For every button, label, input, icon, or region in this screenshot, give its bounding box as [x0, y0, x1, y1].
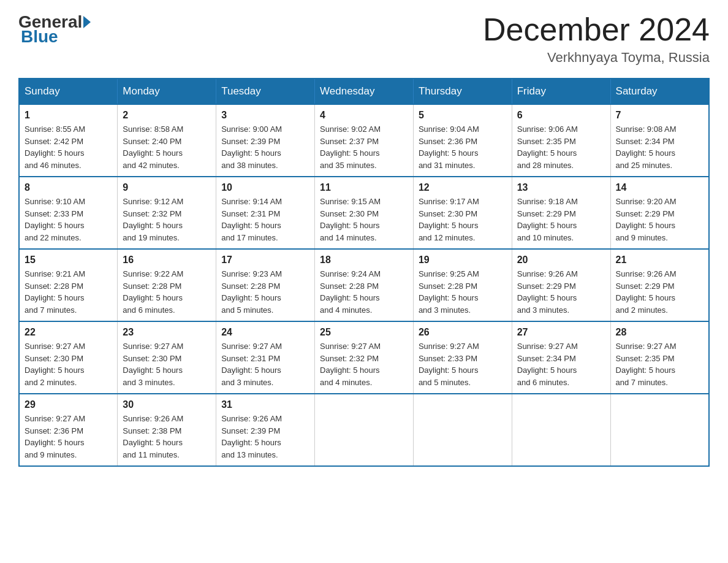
calendar-cell: 30Sunrise: 9:26 AM Sunset: 2:38 PM Dayli… — [118, 394, 216, 466]
calendar-week-3: 15Sunrise: 9:21 AM Sunset: 2:28 PM Dayli… — [19, 249, 709, 321]
day-number: 14 — [616, 182, 703, 193]
day-info: Sunrise: 9:22 AM Sunset: 2:28 PM Dayligh… — [123, 268, 211, 316]
calendar-cell: 14Sunrise: 9:20 AM Sunset: 2:29 PM Dayli… — [610, 177, 709, 249]
day-info: Sunrise: 9:20 AM Sunset: 2:29 PM Dayligh… — [616, 196, 703, 243]
logo-arrow-icon — [83, 16, 91, 28]
calendar-cell: 5Sunrise: 9:04 AM Sunset: 2:36 PM Daylig… — [413, 104, 512, 177]
calendar-cell: 10Sunrise: 9:14 AM Sunset: 2:31 PM Dayli… — [216, 177, 315, 249]
day-number: 29 — [25, 399, 112, 410]
day-number: 11 — [320, 182, 408, 193]
day-number: 17 — [221, 255, 309, 266]
day-number: 5 — [419, 110, 507, 121]
day-number: 7 — [616, 110, 703, 121]
calendar-cell: 1Sunrise: 8:55 AM Sunset: 2:42 PM Daylig… — [19, 104, 118, 177]
calendar-cell: 6Sunrise: 9:06 AM Sunset: 2:35 PM Daylig… — [512, 104, 610, 177]
calendar-cell: 24Sunrise: 9:27 AM Sunset: 2:31 PM Dayli… — [216, 321, 315, 394]
weekday-header-friday: Friday — [512, 79, 610, 104]
day-info: Sunrise: 9:14 AM Sunset: 2:31 PM Dayligh… — [221, 196, 309, 243]
calendar-cell: 26Sunrise: 9:27 AM Sunset: 2:33 PM Dayli… — [413, 321, 512, 394]
weekday-header-row: SundayMondayTuesdayWednesdayThursdayFrid… — [19, 79, 709, 104]
day-number: 3 — [221, 110, 309, 121]
day-info: Sunrise: 9:26 AM Sunset: 2:29 PM Dayligh… — [616, 268, 703, 316]
day-info: Sunrise: 9:27 AM Sunset: 2:36 PM Dayligh… — [25, 413, 112, 461]
day-info: Sunrise: 9:27 AM Sunset: 2:34 PM Dayligh… — [517, 340, 605, 388]
calendar-cell: 20Sunrise: 9:26 AM Sunset: 2:29 PM Dayli… — [512, 249, 610, 321]
day-number: 26 — [419, 327, 507, 338]
logo-blue-text: Blue — [21, 27, 58, 46]
day-number: 27 — [517, 327, 605, 338]
day-info: Sunrise: 9:06 AM Sunset: 2:35 PM Dayligh… — [517, 123, 605, 171]
calendar-cell: 12Sunrise: 9:17 AM Sunset: 2:30 PM Dayli… — [413, 177, 512, 249]
logo: General Blue — [18, 12, 92, 47]
day-number: 2 — [123, 110, 211, 121]
weekday-header-tuesday: Tuesday — [216, 79, 315, 104]
title-block: December 2024 Verkhnyaya Toyma, Russia — [483, 12, 710, 66]
day-info: Sunrise: 9:27 AM Sunset: 2:35 PM Dayligh… — [616, 340, 703, 388]
calendar-cell: 11Sunrise: 9:15 AM Sunset: 2:30 PM Dayli… — [315, 177, 414, 249]
day-info: Sunrise: 8:58 AM Sunset: 2:40 PM Dayligh… — [123, 123, 211, 171]
calendar-cell: 17Sunrise: 9:23 AM Sunset: 2:28 PM Dayli… — [216, 249, 315, 321]
day-number: 15 — [25, 255, 112, 266]
day-number: 21 — [616, 255, 703, 266]
calendar-cell: 23Sunrise: 9:27 AM Sunset: 2:30 PM Dayli… — [118, 321, 216, 394]
day-number: 20 — [517, 255, 605, 266]
calendar-cell: 22Sunrise: 9:27 AM Sunset: 2:30 PM Dayli… — [19, 321, 118, 394]
day-info: Sunrise: 9:18 AM Sunset: 2:29 PM Dayligh… — [517, 196, 605, 243]
calendar-cell: 3Sunrise: 9:00 AM Sunset: 2:39 PM Daylig… — [216, 104, 315, 177]
calendar-week-4: 22Sunrise: 9:27 AM Sunset: 2:30 PM Dayli… — [19, 321, 709, 394]
calendar-cell: 15Sunrise: 9:21 AM Sunset: 2:28 PM Dayli… — [19, 249, 118, 321]
weekday-header-thursday: Thursday — [413, 79, 512, 104]
day-info: Sunrise: 8:55 AM Sunset: 2:42 PM Dayligh… — [25, 123, 112, 171]
day-number: 22 — [25, 327, 112, 338]
calendar-cell: 25Sunrise: 9:27 AM Sunset: 2:32 PM Dayli… — [315, 321, 414, 394]
calendar-cell: 4Sunrise: 9:02 AM Sunset: 2:37 PM Daylig… — [315, 104, 414, 177]
day-number: 19 — [419, 255, 507, 266]
calendar-cell: 16Sunrise: 9:22 AM Sunset: 2:28 PM Dayli… — [118, 249, 216, 321]
day-number: 31 — [221, 399, 309, 410]
day-number: 16 — [123, 255, 211, 266]
day-number: 9 — [123, 182, 211, 193]
day-info: Sunrise: 9:04 AM Sunset: 2:36 PM Dayligh… — [419, 123, 507, 171]
day-number: 8 — [25, 182, 112, 193]
page-header: General Blue December 2024 Verkhnyaya To… — [18, 12, 710, 66]
day-info: Sunrise: 9:02 AM Sunset: 2:37 PM Dayligh… — [320, 123, 408, 171]
calendar-cell: 2Sunrise: 8:58 AM Sunset: 2:40 PM Daylig… — [118, 104, 216, 177]
location-subtitle: Verkhnyaya Toyma, Russia — [483, 50, 710, 66]
day-info: Sunrise: 9:21 AM Sunset: 2:28 PM Dayligh… — [25, 268, 112, 316]
calendar-cell: 27Sunrise: 9:27 AM Sunset: 2:34 PM Dayli… — [512, 321, 610, 394]
day-info: Sunrise: 9:25 AM Sunset: 2:28 PM Dayligh… — [419, 268, 507, 316]
calendar-cell — [610, 394, 709, 466]
day-number: 25 — [320, 327, 408, 338]
calendar-cell: 7Sunrise: 9:08 AM Sunset: 2:34 PM Daylig… — [610, 104, 709, 177]
day-info: Sunrise: 9:26 AM Sunset: 2:38 PM Dayligh… — [123, 413, 211, 461]
day-info: Sunrise: 9:26 AM Sunset: 2:29 PM Dayligh… — [517, 268, 605, 316]
weekday-header-saturday: Saturday — [610, 79, 709, 104]
day-number: 13 — [517, 182, 605, 193]
day-number: 10 — [221, 182, 309, 193]
day-number: 23 — [123, 327, 211, 338]
calendar-week-1: 1Sunrise: 8:55 AM Sunset: 2:42 PM Daylig… — [19, 104, 709, 177]
calendar-cell: 19Sunrise: 9:25 AM Sunset: 2:28 PM Dayli… — [413, 249, 512, 321]
month-title: December 2024 — [483, 12, 710, 47]
day-info: Sunrise: 9:27 AM Sunset: 2:30 PM Dayligh… — [25, 340, 112, 388]
day-number: 24 — [221, 327, 309, 338]
weekday-header-monday: Monday — [118, 79, 216, 104]
day-number: 1 — [25, 110, 112, 121]
calendar-cell — [315, 394, 414, 466]
day-info: Sunrise: 9:27 AM Sunset: 2:30 PM Dayligh… — [123, 340, 211, 388]
weekday-header-wednesday: Wednesday — [315, 79, 414, 104]
day-info: Sunrise: 9:08 AM Sunset: 2:34 PM Dayligh… — [616, 123, 703, 171]
day-number: 6 — [517, 110, 605, 121]
calendar-cell: 18Sunrise: 9:24 AM Sunset: 2:28 PM Dayli… — [315, 249, 414, 321]
day-info: Sunrise: 9:17 AM Sunset: 2:30 PM Dayligh… — [419, 196, 507, 243]
day-number: 30 — [123, 399, 211, 410]
day-number: 4 — [320, 110, 408, 121]
calendar-cell: 9Sunrise: 9:12 AM Sunset: 2:32 PM Daylig… — [118, 177, 216, 249]
day-info: Sunrise: 9:27 AM Sunset: 2:33 PM Dayligh… — [419, 340, 507, 388]
calendar-cell: 28Sunrise: 9:27 AM Sunset: 2:35 PM Dayli… — [610, 321, 709, 394]
day-info: Sunrise: 9:23 AM Sunset: 2:28 PM Dayligh… — [221, 268, 309, 316]
day-info: Sunrise: 9:00 AM Sunset: 2:39 PM Dayligh… — [221, 123, 309, 171]
calendar-cell: 8Sunrise: 9:10 AM Sunset: 2:33 PM Daylig… — [19, 177, 118, 249]
calendar-cell: 21Sunrise: 9:26 AM Sunset: 2:29 PM Dayli… — [610, 249, 709, 321]
day-info: Sunrise: 9:12 AM Sunset: 2:32 PM Dayligh… — [123, 196, 211, 243]
